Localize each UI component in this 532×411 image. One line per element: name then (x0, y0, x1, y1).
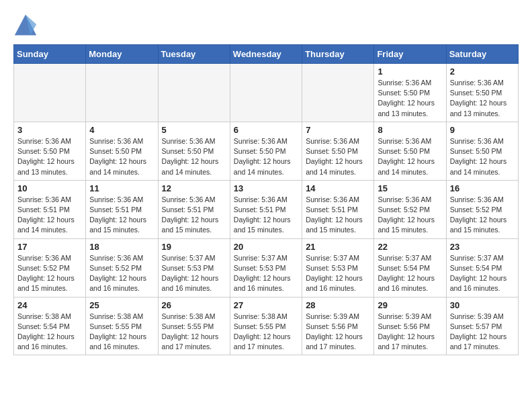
day-info: Sunrise: 5:37 AM Sunset: 5:53 PM Dayligh… (162, 253, 226, 294)
day-info: Sunrise: 5:39 AM Sunset: 5:56 PM Dayligh… (306, 312, 370, 353)
day-number: 4 (89, 125, 154, 135)
calendar-cell (14, 64, 86, 122)
calendar-cell: 30Sunrise: 5:39 AM Sunset: 5:57 PM Dayli… (446, 297, 518, 355)
calendar-cell: 29Sunrise: 5:39 AM Sunset: 5:56 PM Dayli… (374, 297, 446, 355)
weekday-header: Monday (86, 45, 158, 64)
calendar-cell: 11Sunrise: 5:36 AM Sunset: 5:51 PM Dayli… (86, 180, 158, 238)
calendar-week: 24Sunrise: 5:38 AM Sunset: 5:54 PM Dayli… (14, 297, 519, 355)
day-info: Sunrise: 5:36 AM Sunset: 5:50 PM Dayligh… (450, 136, 515, 177)
calendar-cell: 3Sunrise: 5:36 AM Sunset: 5:50 PM Daylig… (14, 122, 86, 180)
day-info: Sunrise: 5:36 AM Sunset: 5:52 PM Dayligh… (17, 253, 82, 294)
calendar-cell (230, 64, 302, 122)
day-info: Sunrise: 5:36 AM Sunset: 5:50 PM Dayligh… (306, 136, 370, 177)
day-number: 5 (162, 125, 226, 135)
day-number: 11 (89, 183, 154, 193)
day-number: 15 (378, 183, 442, 193)
day-number: 22 (378, 242, 442, 252)
day-number: 14 (306, 183, 370, 193)
calendar-cell: 16Sunrise: 5:36 AM Sunset: 5:52 PM Dayli… (446, 180, 518, 238)
day-number: 3 (17, 125, 82, 135)
calendar-cell: 22Sunrise: 5:37 AM Sunset: 5:54 PM Dayli… (374, 238, 446, 297)
calendar-cell: 15Sunrise: 5:36 AM Sunset: 5:52 PM Dayli… (374, 180, 446, 238)
calendar-cell (86, 64, 158, 122)
calendar-week: 3Sunrise: 5:36 AM Sunset: 5:50 PM Daylig… (14, 122, 519, 180)
weekday-header: Tuesday (158, 45, 230, 64)
calendar-cell: 9Sunrise: 5:36 AM Sunset: 5:50 PM Daylig… (446, 122, 518, 180)
day-number: 6 (234, 125, 298, 135)
day-number: 24 (17, 300, 82, 310)
weekday-header: Thursday (302, 45, 374, 64)
day-number: 8 (378, 125, 442, 135)
calendar-cell: 8Sunrise: 5:36 AM Sunset: 5:50 PM Daylig… (374, 122, 446, 180)
day-info: Sunrise: 5:37 AM Sunset: 5:53 PM Dayligh… (306, 253, 370, 294)
calendar-week: 10Sunrise: 5:36 AM Sunset: 5:51 PM Dayli… (14, 180, 519, 238)
calendar-cell: 28Sunrise: 5:39 AM Sunset: 5:56 PM Dayli… (302, 297, 374, 355)
calendar-cell: 6Sunrise: 5:36 AM Sunset: 5:50 PM Daylig… (230, 122, 302, 180)
weekday-header: Friday (374, 45, 446, 64)
day-number: 18 (89, 242, 154, 252)
day-info: Sunrise: 5:39 AM Sunset: 5:57 PM Dayligh… (450, 312, 515, 353)
day-info: Sunrise: 5:36 AM Sunset: 5:51 PM Dayligh… (162, 195, 226, 236)
day-info: Sunrise: 5:36 AM Sunset: 5:50 PM Dayligh… (17, 136, 82, 177)
calendar-cell: 21Sunrise: 5:37 AM Sunset: 5:53 PM Dayli… (302, 238, 374, 297)
day-number: 28 (306, 300, 370, 310)
day-number: 2 (450, 66, 515, 77)
calendar-cell: 1Sunrise: 5:36 AM Sunset: 5:50 PM Daylig… (374, 64, 446, 122)
calendar-week: 1Sunrise: 5:36 AM Sunset: 5:50 PM Daylig… (14, 64, 519, 122)
calendar-cell: 13Sunrise: 5:36 AM Sunset: 5:51 PM Dayli… (230, 180, 302, 238)
day-number: 23 (450, 242, 515, 252)
calendar-cell: 2Sunrise: 5:36 AM Sunset: 5:50 PM Daylig… (446, 64, 518, 122)
calendar-cell: 17Sunrise: 5:36 AM Sunset: 5:52 PM Dayli… (14, 238, 86, 297)
calendar-cell: 24Sunrise: 5:38 AM Sunset: 5:54 PM Dayli… (14, 297, 86, 355)
calendar-cell: 19Sunrise: 5:37 AM Sunset: 5:53 PM Dayli… (158, 238, 230, 297)
day-info: Sunrise: 5:37 AM Sunset: 5:54 PM Dayligh… (378, 253, 442, 294)
calendar-cell: 23Sunrise: 5:37 AM Sunset: 5:54 PM Dayli… (446, 238, 518, 297)
day-number: 13 (234, 183, 298, 193)
page-header (13, 13, 519, 38)
day-number: 10 (17, 183, 82, 193)
calendar-cell: 20Sunrise: 5:37 AM Sunset: 5:53 PM Dayli… (230, 238, 302, 297)
weekday-header: Saturday (446, 45, 518, 64)
day-info: Sunrise: 5:36 AM Sunset: 5:51 PM Dayligh… (17, 195, 82, 236)
calendar-cell: 4Sunrise: 5:36 AM Sunset: 5:50 PM Daylig… (86, 122, 158, 180)
day-info: Sunrise: 5:36 AM Sunset: 5:51 PM Dayligh… (234, 195, 298, 236)
calendar-table: SundayMondayTuesdayWednesdayThursdayFrid… (13, 44, 519, 355)
day-info: Sunrise: 5:36 AM Sunset: 5:51 PM Dayligh… (306, 195, 370, 236)
weekday-header: Wednesday (230, 45, 302, 64)
day-number: 21 (306, 242, 370, 252)
day-number: 12 (162, 183, 226, 193)
day-info: Sunrise: 5:36 AM Sunset: 5:50 PM Dayligh… (450, 78, 515, 119)
calendar-cell: 5Sunrise: 5:36 AM Sunset: 5:50 PM Daylig… (158, 122, 230, 180)
day-number: 9 (450, 125, 515, 135)
day-info: Sunrise: 5:36 AM Sunset: 5:52 PM Dayligh… (450, 195, 515, 236)
calendar-cell: 7Sunrise: 5:36 AM Sunset: 5:50 PM Daylig… (302, 122, 374, 180)
day-info: Sunrise: 5:36 AM Sunset: 5:50 PM Dayligh… (89, 136, 154, 177)
day-number: 19 (162, 242, 226, 252)
day-number: 26 (162, 300, 226, 310)
calendar-header: SundayMondayTuesdayWednesdayThursdayFrid… (14, 45, 519, 64)
calendar-cell (158, 64, 230, 122)
day-info: Sunrise: 5:36 AM Sunset: 5:50 PM Dayligh… (378, 78, 442, 119)
day-info: Sunrise: 5:36 AM Sunset: 5:52 PM Dayligh… (378, 195, 442, 236)
day-number: 17 (17, 242, 82, 252)
day-number: 7 (306, 125, 370, 135)
calendar-cell: 10Sunrise: 5:36 AM Sunset: 5:51 PM Dayli… (14, 180, 86, 238)
calendar-week: 17Sunrise: 5:36 AM Sunset: 5:52 PM Dayli… (14, 238, 519, 297)
calendar-cell (302, 64, 374, 122)
day-info: Sunrise: 5:36 AM Sunset: 5:50 PM Dayligh… (234, 136, 298, 177)
day-info: Sunrise: 5:36 AM Sunset: 5:50 PM Dayligh… (162, 136, 226, 177)
day-number: 29 (378, 300, 442, 310)
day-info: Sunrise: 5:38 AM Sunset: 5:54 PM Dayligh… (17, 312, 82, 353)
day-number: 27 (234, 300, 298, 310)
weekday-header: Sunday (14, 45, 86, 64)
logo-icon (13, 13, 38, 38)
day-info: Sunrise: 5:36 AM Sunset: 5:52 PM Dayligh… (89, 253, 154, 294)
calendar-cell: 12Sunrise: 5:36 AM Sunset: 5:51 PM Dayli… (158, 180, 230, 238)
calendar-cell: 14Sunrise: 5:36 AM Sunset: 5:51 PM Dayli… (302, 180, 374, 238)
day-info: Sunrise: 5:36 AM Sunset: 5:50 PM Dayligh… (378, 136, 442, 177)
day-number: 16 (450, 183, 515, 193)
day-info: Sunrise: 5:39 AM Sunset: 5:56 PM Dayligh… (378, 312, 442, 353)
day-number: 1 (378, 66, 442, 77)
day-info: Sunrise: 5:36 AM Sunset: 5:51 PM Dayligh… (89, 195, 154, 236)
day-info: Sunrise: 5:38 AM Sunset: 5:55 PM Dayligh… (162, 312, 226, 353)
